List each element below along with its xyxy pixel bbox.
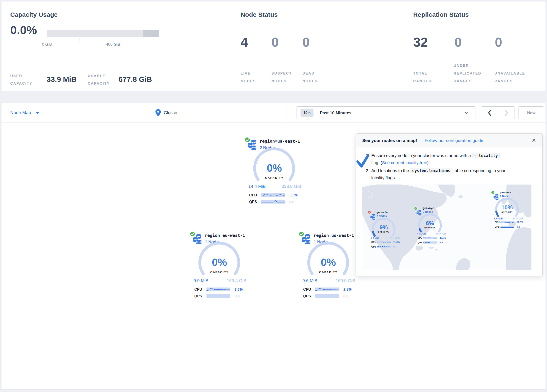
- used-capacity-label: USED CAPACITY: [10, 72, 44, 87]
- chevron-down-icon: [465, 112, 468, 114]
- step-1: 1. Ensure every node in your cluster was…: [364, 152, 511, 166]
- cpu-sparkline: [261, 193, 285, 197]
- locality-node-count: 2 Nodes: [376, 215, 387, 218]
- step-number: 2.: [364, 167, 369, 181]
- qps-label: QPS: [495, 226, 499, 228]
- live-nodes-value: 4: [241, 34, 248, 50]
- axis-tick: [146, 38, 146, 41]
- capacity-percent: 6%: [419, 220, 440, 227]
- locality-flag-code: --locality: [472, 153, 500, 158]
- prev-time-window-button[interactable]: [481, 107, 498, 119]
- locality-tree-link[interactable]: See current locality tree: [382, 160, 427, 165]
- axis-tick-label: 400 GiB: [101, 42, 126, 47]
- system-locations-code: system.locations: [410, 168, 452, 173]
- capacity-used: 3.6 GiB: [494, 217, 503, 220]
- cpu-value: 5.5%: [289, 193, 298, 198]
- cpu-value: 42.5%: [440, 237, 446, 239]
- map-toolbar: Node Map Cluster 10m Past 10 Minutes: [1, 103, 546, 123]
- qps-label: QPS: [249, 200, 257, 204]
- capacity-label: CAPACITY: [373, 231, 394, 233]
- callout-title: See your nodes on a map!: [362, 138, 417, 143]
- capacity-usage-title: Capacity Usage: [10, 11, 58, 18]
- qps-value: 0.0: [440, 241, 443, 244]
- qps-value: 4.7: [393, 245, 397, 248]
- total-ranges-label: TOTAL RANGES: [413, 69, 440, 85]
- dead-nodes-label: DEAD NODES: [302, 69, 328, 85]
- cluster-summary-bar: Capacity Usage 0.0% 0 GiB 400 GiB USED C…: [1, 1, 546, 91]
- capacity-label: CAPACITY: [191, 271, 248, 274]
- qps-sparkline: [261, 200, 285, 204]
- nodemap-config-callout: See your nodes on a map! Follow our conf…: [356, 133, 543, 276]
- cpu-label: CPU: [194, 287, 202, 292]
- qps-label: QPS: [194, 294, 202, 298]
- dead-nodes-value: 0: [302, 34, 310, 50]
- qps-sparkline: [377, 246, 391, 248]
- cpu-sparkline: [377, 241, 391, 243]
- step-2: 2. Add locations to the system.locations…: [364, 167, 511, 181]
- node-map-page: Capacity Usage 0.0% 0 GiB 400 GiB USED C…: [0, 0, 547, 392]
- time-window-nav: [481, 106, 515, 119]
- cpu-label: CPU: [249, 193, 257, 198]
- capacity-total: 34.4 GiB: [513, 217, 523, 220]
- capacity-usage-bar-reserved: [143, 30, 159, 37]
- next-arrow-icon: [505, 110, 508, 116]
- map-pin-icon: [155, 109, 161, 116]
- chevron-down-icon: [36, 112, 39, 114]
- time-window-select[interactable]: 10m Past 10 Minutes: [297, 106, 476, 119]
- toolbar-divider: [287, 104, 287, 121]
- capacity-used: 9.6 MiB: [302, 278, 317, 283]
- next-time-window-button[interactable]: [498, 107, 514, 119]
- now-button[interactable]: Now: [519, 106, 544, 119]
- capacity-usage-bar: [47, 30, 159, 37]
- qps-sparkline: [206, 294, 230, 298]
- qps-sparkline: [424, 241, 437, 244]
- qps-label: QPS: [371, 245, 376, 248]
- close-icon[interactable]: ✕: [532, 137, 536, 144]
- cpu-label: CPU: [495, 221, 499, 223]
- capacity-total: 169.4 GiB: [227, 278, 246, 283]
- capacity-total: 338.9 GiB: [282, 184, 301, 189]
- unavailable-ranges-value: 0: [495, 34, 502, 50]
- cpu-sparkline: [206, 288, 230, 291]
- locality-node-count: 1 Node: [500, 195, 509, 198]
- qps-label: QPS: [303, 294, 311, 298]
- breadcrumb[interactable]: Cluster: [155, 103, 178, 123]
- region-group-eu-west-1[interactable]: region=eu-west-1 1 Node 0% CAPACITY 9.9 …: [191, 230, 248, 302]
- axis-tick: [113, 38, 113, 41]
- capacity-percent: 9%: [373, 224, 394, 231]
- qps-label: QPS: [417, 241, 422, 244]
- qps-value: 0.0: [517, 226, 520, 228]
- capacity-label: CAPACITY: [300, 271, 357, 274]
- configuration-guide-link[interactable]: Follow our configuration guide: [424, 138, 483, 143]
- usable-capacity-value: 677.8 GiB: [118, 75, 152, 83]
- callout-steps: 1. Ensure every node in your cluster was…: [364, 152, 511, 182]
- time-window-badge: 10m: [301, 109, 314, 117]
- region-name: region=us-east-1: [260, 139, 300, 144]
- node-map-canvas: region=us-east-1 2 Nodes 0% CAPACITY 14.…: [1, 123, 546, 389]
- qps-sparkline: [315, 294, 339, 298]
- capacity-label: CAPACITY: [246, 176, 303, 179]
- cpu-value: 2.6%: [234, 288, 243, 292]
- view-selector-label: Node Map: [10, 110, 31, 115]
- step-text-part: Add locations to the: [371, 168, 410, 173]
- qps-sparkline: [500, 226, 514, 228]
- under-replicated-ranges-label: UNDER-REPLICATED RANGES: [454, 62, 490, 85]
- cpu-value: 12.3%: [517, 221, 523, 223]
- region-group-us-east-1[interactable]: region=us-east-1 2 Nodes 0% CAPACITY 14.…: [246, 136, 303, 207]
- capacity-percent: 10%: [497, 204, 518, 211]
- capacity-used: 14.4 MiB: [248, 184, 266, 189]
- cpu-value: 2.8%: [343, 288, 352, 292]
- capacity-used: 3.2 GiB: [370, 237, 379, 240]
- replication-status-title: Replication Status: [413, 11, 469, 18]
- cpu-label: CPU: [371, 241, 376, 243]
- locality-name: geo=ams: [500, 191, 511, 194]
- capacity-usage-percent: 0.0%: [10, 23, 37, 37]
- time-window-label: Past 10 Minutes: [320, 110, 351, 115]
- region-group-us-west-1[interactable]: region=us-west-1 1 Node 0% CAPACITY 9.6 …: [300, 230, 357, 302]
- under-replicated-ranges-value: 0: [454, 34, 462, 50]
- view-selector-dropdown[interactable]: Node Map: [10, 103, 39, 123]
- cpu-value: 11.0%: [393, 241, 400, 243]
- capacity-total: 35.1 GiB: [389, 237, 400, 240]
- cpu-sparkline: [315, 288, 339, 291]
- capacity-total: 169.5 GiB: [336, 278, 355, 283]
